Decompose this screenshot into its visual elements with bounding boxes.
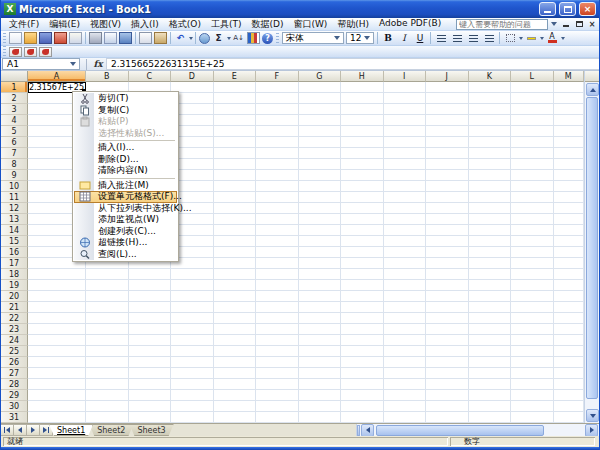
cell[interactable] (256, 236, 299, 247)
column-header-G[interactable]: G (299, 71, 342, 82)
cell[interactable] (426, 401, 469, 412)
cell[interactable] (554, 159, 585, 170)
cell[interactable] (426, 159, 469, 170)
column-header-D[interactable]: D (171, 71, 214, 82)
autosum-icon[interactable] (212, 32, 225, 44)
cell[interactable] (129, 368, 172, 379)
permission-icon[interactable] (54, 32, 67, 44)
cell[interactable] (214, 93, 257, 104)
cell[interactable] (426, 379, 469, 390)
cell[interactable] (214, 104, 257, 115)
cell[interactable] (28, 280, 86, 291)
cell[interactable] (299, 302, 342, 313)
cell[interactable] (384, 412, 427, 423)
row-header-16[interactable]: 16 (1, 247, 28, 258)
tab-sheet2[interactable]: Sheet2 (89, 424, 133, 436)
menubar-item-5[interactable]: 工具(T) (206, 18, 247, 31)
cell[interactable] (256, 324, 299, 335)
next-sheet-button[interactable] (27, 424, 40, 436)
cell[interactable] (469, 126, 512, 137)
undo-icon[interactable] (174, 32, 187, 44)
cell[interactable] (129, 335, 172, 346)
cell[interactable] (129, 390, 172, 401)
cell[interactable] (86, 291, 129, 302)
cell[interactable] (426, 93, 469, 104)
cell[interactable] (256, 225, 299, 236)
cell[interactable] (299, 82, 342, 93)
copy-icon[interactable] (139, 32, 152, 44)
sort-ascending-icon[interactable] (232, 32, 245, 44)
cell[interactable] (341, 357, 384, 368)
cell[interactable] (129, 291, 172, 302)
cell[interactable] (554, 357, 585, 368)
cell[interactable] (299, 170, 342, 181)
cell[interactable] (256, 170, 299, 181)
row-header-5[interactable]: 5 (1, 126, 28, 137)
cell[interactable] (341, 170, 384, 181)
row-header-10[interactable]: 10 (1, 181, 28, 192)
cell[interactable] (469, 225, 512, 236)
cell[interactable] (426, 192, 469, 203)
cell[interactable] (341, 159, 384, 170)
cell[interactable] (214, 148, 257, 159)
cell[interactable] (341, 192, 384, 203)
cell[interactable] (426, 181, 469, 192)
cell[interactable] (214, 247, 257, 258)
horizontal-scrollbar[interactable] (356, 424, 599, 436)
cell[interactable] (426, 115, 469, 126)
cell[interactable] (299, 324, 342, 335)
cell[interactable] (426, 302, 469, 313)
cell[interactable] (469, 137, 512, 148)
cell[interactable] (214, 324, 257, 335)
cell[interactable] (214, 258, 257, 269)
cell[interactable] (86, 368, 129, 379)
cell[interactable] (28, 291, 86, 302)
cell[interactable] (469, 390, 512, 401)
cell[interactable] (341, 313, 384, 324)
font-color-button[interactable]: A (545, 32, 559, 44)
cell[interactable] (256, 291, 299, 302)
cell[interactable] (214, 137, 257, 148)
cell[interactable] (426, 313, 469, 324)
cell[interactable] (511, 324, 554, 335)
select-all-corner[interactable] (1, 71, 28, 82)
row-header-6[interactable]: 6 (1, 137, 28, 148)
cell[interactable] (214, 214, 257, 225)
cell[interactable] (469, 346, 512, 357)
column-header-I[interactable]: I (384, 71, 427, 82)
cell[interactable] (469, 357, 512, 368)
cell[interactable] (28, 357, 86, 368)
cell[interactable] (299, 159, 342, 170)
cell[interactable] (511, 390, 554, 401)
cell[interactable] (554, 313, 585, 324)
scroll-down-button[interactable] (586, 409, 599, 422)
cell[interactable] (214, 335, 257, 346)
cell[interactable] (384, 126, 427, 137)
cell[interactable] (426, 346, 469, 357)
cell[interactable] (256, 137, 299, 148)
scroll-left-button[interactable] (361, 424, 374, 437)
cell[interactable] (426, 291, 469, 302)
cell[interactable] (171, 313, 214, 324)
cell[interactable] (511, 170, 554, 181)
chevron-down-icon[interactable] (519, 37, 523, 40)
align-right-button[interactable] (466, 32, 480, 44)
help-search-input[interactable] (456, 19, 548, 30)
convert-to-pdf-icon[interactable] (9, 47, 22, 57)
cell[interactable] (469, 192, 512, 203)
cell[interactable] (86, 302, 129, 313)
cell[interactable] (511, 269, 554, 280)
cell[interactable] (511, 412, 554, 423)
cell[interactable] (554, 368, 585, 379)
cell[interactable] (426, 170, 469, 181)
cell[interactable] (384, 269, 427, 280)
cell[interactable] (171, 291, 214, 302)
column-header-K[interactable]: K (469, 71, 512, 82)
column-header-C[interactable]: C (129, 71, 172, 82)
cell[interactable] (86, 346, 129, 357)
row-header-22[interactable]: 22 (1, 313, 28, 324)
context-menu-item-7[interactable]: 清除内容(N) (74, 165, 177, 177)
cell[interactable] (28, 368, 86, 379)
cell[interactable] (256, 258, 299, 269)
cell[interactable] (129, 324, 172, 335)
